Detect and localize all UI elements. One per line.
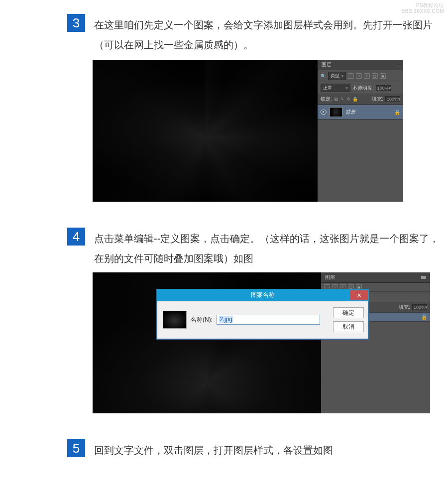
layer-type-filter-row: 🔍 类型 ▾ ▭ ○ T ◻ ▣	[318, 70, 403, 82]
kind-label: 类型	[331, 73, 339, 79]
layer-name: 背景	[345, 109, 391, 116]
layer-thumbnail	[330, 107, 342, 117]
layers-tab-label: 图层	[322, 61, 332, 68]
layer-row-background[interactable]: 背景 🔒	[318, 105, 403, 120]
watermark-line2: BBS.16XX8.COM	[402, 8, 444, 14]
screenshot-2: 图层 ▭ ○ T ◻ ▣ 不透明度: 100%▾ 🔒 填充: 100%▾ 🔒 图…	[93, 272, 430, 413]
watermark-line1: PS教程论坛	[402, 2, 444, 8]
layers-panel-tab-2[interactable]: 图层	[321, 272, 430, 283]
search-icon: 🔍	[321, 74, 326, 79]
layers-panel: 图层 🔍 类型 ▾ ▭ ○ T ◻ ▣ 正常 ▾ 不透明度: 100%▾ 锁定:…	[318, 60, 403, 202]
step-3-number: 3	[67, 14, 85, 32]
fill-label: 填充:	[372, 96, 383, 103]
lock-transparent-icon[interactable]: ▦	[334, 97, 338, 102]
blend-mode-value: 正常	[323, 85, 332, 91]
watermark: PS教程论坛 BBS.16XX8.COM	[402, 2, 444, 14]
opacity-label: 不透明度:	[352, 85, 374, 92]
layers-tab-label-2: 图层	[325, 274, 335, 281]
lock-all-icon[interactable]: 🔒	[352, 97, 358, 102]
dialog-buttons: 确定 取消	[333, 307, 364, 332]
lock-pixels-icon[interactable]: ✎	[340, 97, 344, 102]
lock-position-icon[interactable]: ✥	[346, 97, 350, 102]
layers-panel-tab[interactable]: 图层	[318, 60, 403, 70]
dialog-body: 名称(N): 2.jpg 确定 取消	[157, 301, 369, 339]
lock-icon: 🔒	[421, 314, 427, 320]
kind-select[interactable]: 类型 ▾	[328, 72, 346, 80]
step-4-text: 点击菜单编辑--定义图案，点击确定。（这样的话，这张图片就是一个图案了，在别的文…	[94, 228, 448, 268]
panel-menu-icon[interactable]	[421, 276, 426, 279]
chevron-down-icon: ▾	[341, 74, 343, 78]
lock-fill-row: 锁定: ▦ ✎ ✥ 🔒 填充: 100%▾	[318, 94, 403, 105]
dialog-content: 名称(N): 2.jpg	[163, 307, 320, 332]
visibility-eye-icon[interactable]	[321, 110, 327, 115]
panel-menu-icon[interactable]	[394, 64, 399, 66]
chevron-down-icon: ▾	[346, 86, 348, 90]
step-4: 4 点击菜单编辑--定义图案，点击确定。（这样的话，这张图片就是一个图案了，在别…	[0, 228, 448, 268]
cancel-button[interactable]: 取消	[333, 321, 364, 332]
canvas-preview	[93, 60, 318, 202]
step-5: 5 回到文字文件，双击图层，打开图层样式，各设置如图	[0, 439, 448, 460]
ok-button[interactable]: 确定	[333, 307, 364, 318]
blend-mode-select[interactable]: 正常 ▾	[321, 84, 350, 92]
lock-label: 锁定:	[321, 96, 332, 103]
filter-pixel-icon[interactable]: ▭	[348, 73, 354, 79]
opacity-value[interactable]: 100%▾	[376, 85, 391, 91]
close-button[interactable]: ✕	[350, 290, 368, 300]
blend-opacity-row: 正常 ▾ 不透明度: 100%▾	[318, 82, 403, 94]
fill-label-2: 填充:	[399, 304, 410, 311]
step-3: 3 在这里咱们先定义一个图案，会给文字添加图层样式会用到。先打开一张图片（可以在…	[0, 14, 448, 55]
name-label: 名称(N):	[191, 316, 213, 324]
filter-adjust-icon[interactable]: ○	[356, 73, 362, 79]
filter-type-icon[interactable]: T	[364, 73, 370, 79]
dialog-titlebar: 图案名称 ✕	[157, 289, 369, 301]
filter-shape-icon[interactable]: ◻	[372, 73, 378, 79]
step-3-text: 在这里咱们先定义一个图案，会给文字添加图层样式会用到。先打开一张图片（可以在网上…	[94, 14, 448, 55]
name-value: 2.jpg	[219, 316, 233, 323]
name-input[interactable]: 2.jpg	[217, 315, 320, 325]
pattern-name-dialog: 图案名称 ✕ 名称(N): 2.jpg 确定 取消	[156, 289, 369, 340]
lock-icon: 🔒	[394, 110, 400, 115]
step-4-number: 4	[67, 228, 85, 246]
fill-value[interactable]: 100%▾	[385, 96, 400, 102]
fill-value-2[interactable]: 100%▾	[412, 304, 427, 310]
screenshot-1: 图层 🔍 类型 ▾ ▭ ○ T ◻ ▣ 正常 ▾ 不透明度: 100%▾ 锁定:…	[93, 60, 403, 202]
pattern-thumbnail	[163, 311, 187, 329]
filter-smart-icon[interactable]: ▣	[380, 73, 386, 79]
step-5-text: 回到文字文件，双击图层，打开图层样式，各设置如图	[94, 439, 333, 460]
dialog-title: 图案名称	[157, 291, 369, 299]
step-5-number: 5	[67, 439, 85, 457]
